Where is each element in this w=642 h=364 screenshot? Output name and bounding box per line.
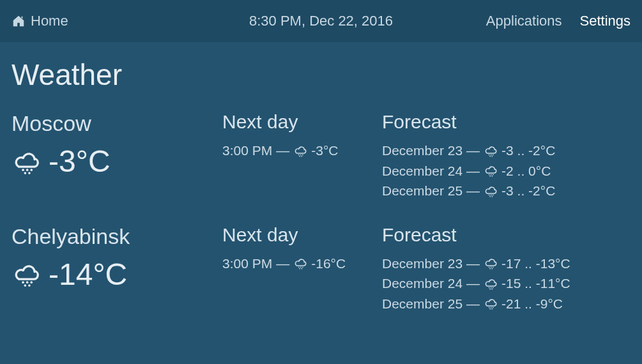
current-temp: -3°C [49, 144, 111, 179]
snow-icon [484, 163, 498, 178]
next-day-section: Next day 3:00 PM — -16°C [222, 224, 382, 314]
snow-icon [484, 144, 498, 158]
dash: — [276, 140, 289, 161]
forecast-section: Forecast December 23 — -17 .. -13°C Dece… [382, 224, 631, 314]
city-name: Moscow [11, 111, 222, 136]
snow-icon [293, 144, 307, 158]
next-day-temp: -16°C [311, 254, 346, 274]
content: Weather Moscow -3°C Next day 3:00 PM — -… [0, 42, 642, 348]
home-link[interactable]: Home [11, 13, 68, 29]
snow-icon [484, 277, 498, 291]
dash: — [466, 140, 480, 161]
forecast-range: -3 .. -2°C [501, 181, 555, 201]
snow-icon [11, 259, 41, 289]
snow-icon [484, 256, 498, 270]
snow-icon [484, 296, 498, 310]
snow-icon [11, 147, 41, 176]
forecast-range: -2 .. 0°C [501, 161, 551, 181]
city-current: Moscow -3°C [11, 111, 222, 201]
forecast-date: December 24 [382, 161, 462, 181]
next-day-line: 3:00 PM — -3°C [222, 140, 382, 161]
next-day-time: 3:00 PM [222, 254, 272, 274]
page-title: Weather [11, 57, 631, 92]
forecast-range: -15 .. -11°C [501, 273, 570, 294]
current-temp: -14°C [49, 257, 127, 292]
nav-applications[interactable]: Applications [486, 13, 562, 29]
forecast-row: December 25 — -21 .. -9°C [382, 294, 631, 314]
forecast-date: December 23 [382, 140, 462, 161]
forecast-label: Forecast [382, 111, 631, 133]
next-day-temp: -3°C [311, 140, 338, 161]
forecast-range: -3 .. -2°C [501, 140, 555, 161]
forecast-range: -21 .. -9°C [501, 294, 563, 314]
nav-settings[interactable]: Settings [580, 13, 631, 29]
dash: — [466, 294, 480, 314]
next-day-label: Next day [222, 224, 382, 246]
snow-icon [484, 184, 498, 198]
dash: — [466, 181, 480, 201]
city-current: Chelyabinsk -14°C [11, 224, 222, 314]
next-day-section: Next day 3:00 PM — -3°C [222, 111, 382, 201]
home-label: Home [31, 13, 68, 29]
forecast-row: December 23 — -3 .. -2°C [382, 140, 631, 161]
dash: — [466, 254, 480, 274]
city-name: Chelyabinsk [11, 224, 222, 249]
dash: — [466, 161, 480, 181]
next-day-label: Next day [222, 111, 382, 133]
forecast-label: Forecast [382, 224, 631, 246]
forecast-row: December 23 — -17 .. -13°C [382, 254, 631, 274]
forecast-row: December 24 — -2 .. 0°C [382, 161, 631, 181]
forecast-date: December 25 [382, 294, 462, 314]
snow-icon [293, 256, 307, 270]
forecast-range: -17 .. -13°C [501, 254, 570, 274]
forecast-section: Forecast December 23 — -3 .. -2°C Decemb… [382, 111, 631, 201]
city-block: Moscow -3°C Next day 3:00 PM — -3°C Fore… [11, 111, 631, 201]
dash: — [466, 273, 480, 294]
dash: — [276, 254, 289, 274]
home-icon [11, 14, 26, 28]
next-day-line: 3:00 PM — -16°C [222, 254, 382, 274]
city-block: Chelyabinsk -14°C Next day 3:00 PM — -16… [11, 224, 631, 314]
forecast-row: December 24 — -15 .. -11°C [382, 273, 631, 294]
forecast-date: December 25 [382, 181, 462, 201]
next-day-time: 3:00 PM [222, 140, 272, 161]
topbar: Home 8:30 PM, Dec 22, 2016 Applications … [0, 0, 642, 42]
forecast-row: December 25 — -3 .. -2°C [382, 181, 631, 201]
forecast-date: December 24 [382, 273, 462, 294]
forecast-date: December 23 [382, 254, 462, 274]
